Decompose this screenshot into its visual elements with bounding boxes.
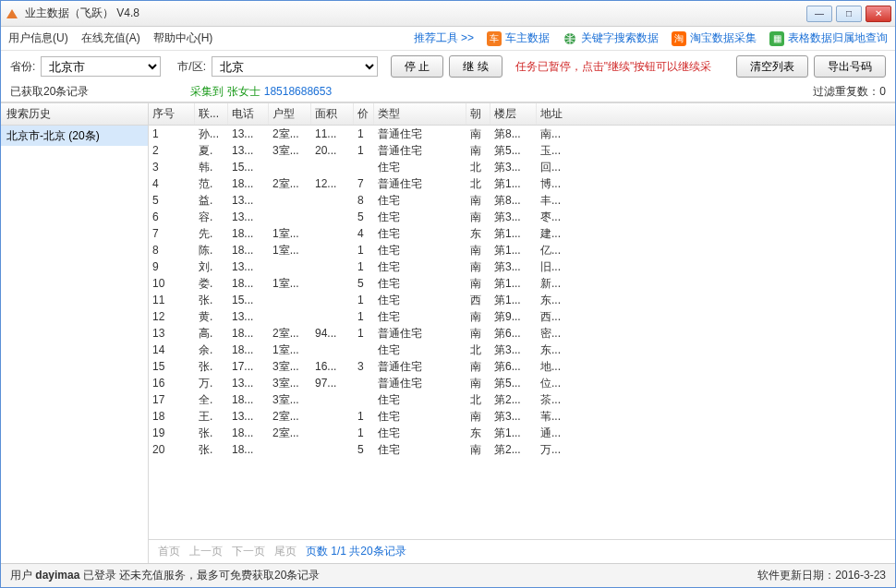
globe-icon — [563, 31, 577, 46]
table-row[interactable]: 9刘.13...1住宅南第3...旧... — [149, 258, 895, 275]
table-row[interactable]: 4范.18...2室...12...7普通住宅北第1...博... — [149, 175, 895, 192]
col-ptype[interactable]: 类型 — [374, 103, 466, 125]
pager-next[interactable]: 下一页 — [232, 544, 265, 559]
city-select[interactable]: 北京 — [212, 56, 378, 77]
sidebar-header: 搜索历史 — [1, 103, 148, 126]
titlebar: 业主数据（飞跃） V4.8 — □ ✕ — [1, 1, 895, 27]
close-button[interactable]: ✕ — [866, 6, 891, 22]
city-label: 市/区: — [177, 59, 206, 75]
menu-help[interactable]: 帮助中心(H) — [153, 30, 213, 46]
sidebar: 搜索历史 北京市-北京 (20条) — [1, 103, 149, 563]
table-row[interactable]: 3韩.15...住宅北第3...回... — [149, 159, 895, 175]
col-area[interactable]: 面积 — [311, 103, 354, 125]
menubar: 用户信息(U) 在线充值(A) 帮助中心(H) 推荐工具 >> 车车主数据 关键… — [1, 27, 895, 51]
stop-button[interactable]: 停 止 — [391, 55, 443, 78]
car-data-link[interactable]: 车车主数据 — [487, 30, 550, 46]
col-name[interactable]: 联... — [195, 103, 228, 125]
table-header: 序号 联... 电话 户型 面积 价 类型 朝 楼层 地址 — [149, 103, 895, 126]
car-icon: 车 — [487, 31, 502, 46]
pager: 首页 上一页 下一页 尾页 页数 1/1 共20条记录 — [149, 539, 895, 563]
table-row[interactable]: 7先.18...1室...4住宅东第1...建... — [149, 225, 895, 242]
table-body: 1孙...13...2室...11...1普通住宅南第8...南...2夏.13… — [149, 126, 895, 539]
table-row[interactable]: 1孙...13...2室...11...1普通住宅南第8...南... — [149, 126, 895, 142]
province-label: 省份: — [10, 59, 35, 75]
filter-bar: 省份: 北京市 市/区: 北京 停 止 继 续 任务已暂停，点击"继续"按钮可以… — [1, 51, 895, 82]
pager-first[interactable]: 首页 — [158, 544, 180, 559]
table-row[interactable]: 10娄.18...1室...5住宅南第1...新... — [149, 275, 895, 292]
col-price[interactable]: 价 — [354, 103, 374, 125]
update-date: 软件更新日期：2016-3-23 — [757, 568, 886, 583]
recommend-link[interactable]: 推荐工具 >> — [414, 30, 474, 46]
table-row[interactable]: 13高.18...2室...94...1普通住宅南第6...密... — [149, 325, 895, 342]
table-row[interactable]: 8陈.18...1室...1住宅南第1...亿... — [149, 242, 895, 258]
collect-info: 采集到 张女士18518688653 — [190, 84, 332, 100]
table-row[interactable]: 17全.18...3室...住宅北第2...茶... — [149, 391, 895, 408]
province-select[interactable]: 北京市 — [41, 56, 161, 77]
table-row[interactable]: 11张.15...1住宅西第1...东... — [149, 292, 895, 308]
export-button[interactable]: 导出号码 — [814, 55, 886, 78]
table-row[interactable]: 5益.13...8住宅南第8...丰... — [149, 192, 895, 209]
got-count: 已获取20条记录 — [10, 84, 89, 100]
table-icon: ▦ — [769, 31, 784, 46]
table-row[interactable]: 6容.13...5住宅南第3...枣... — [149, 209, 895, 225]
menu-user[interactable]: 用户信息(U) — [8, 30, 68, 46]
keyword-link[interactable]: 关键字搜索数据 — [563, 30, 659, 46]
taobao-link[interactable]: 淘淘宝数据采集 — [672, 30, 757, 46]
history-item[interactable]: 北京市-北京 (20条) — [1, 126, 148, 146]
table-row[interactable]: 15张.17...3室...16...3普通住宅南第6...地... — [149, 358, 895, 375]
col-dir[interactable]: 朝 — [466, 103, 490, 125]
table-row[interactable]: 18王.13...2室...1住宅南第3...苇... — [149, 408, 895, 425]
col-type[interactable]: 户型 — [269, 103, 311, 125]
table-row[interactable]: 12黄.13...1住宅南第9...西... — [149, 308, 895, 325]
maximize-button[interactable]: □ — [836, 6, 862, 22]
minimize-button[interactable]: — — [806, 6, 832, 22]
dedupe-count: 过滤重复数：0 — [813, 84, 886, 100]
table-row[interactable]: 19张.18...2室...1住宅东第1...通... — [149, 425, 895, 441]
window-title: 业主数据（飞跃） V4.8 — [25, 6, 806, 21]
continue-button[interactable]: 继 续 — [449, 55, 502, 78]
table-row[interactable]: 14余.18...1室...住宅北第3...东... — [149, 342, 895, 358]
col-tel[interactable]: 电话 — [228, 103, 269, 125]
status-row: 已获取20条记录 采集到 张女士18518688653 过滤重复数：0 — [1, 82, 895, 102]
pager-prev[interactable]: 上一页 — [189, 544, 223, 559]
bottom-bar: 用户 dayimaa 已登录 还未充值服务，最多可免费获取20条记录 软件更新日… — [1, 563, 895, 587]
table-row[interactable]: 20张.18...5住宅南第2...万... — [149, 441, 895, 458]
clear-button[interactable]: 清空列表 — [736, 55, 808, 78]
table-row[interactable]: 16万.13...3室...97...普通住宅南第5...位... — [149, 375, 895, 391]
app-icon — [5, 6, 19, 21]
menu-recharge[interactable]: 在线充值(A) — [81, 30, 140, 46]
pager-last[interactable]: 尾页 — [274, 544, 297, 559]
table-row[interactable]: 2夏.13...3室...20...1普通住宅南第5...玉... — [149, 142, 895, 159]
login-msg: 用户 dayimaa 已登录 还未充值服务，最多可免费获取20条记录 — [10, 568, 320, 583]
col-seq[interactable]: 序号 — [149, 103, 195, 125]
table-link[interactable]: ▦表格数据归属地查询 — [769, 30, 888, 46]
pager-info: 页数 1/1 共20条记录 — [306, 544, 406, 559]
taobao-icon: 淘 — [672, 31, 686, 46]
col-addr[interactable]: 地址 — [537, 103, 895, 125]
col-floor[interactable]: 楼层 — [490, 103, 537, 125]
pause-notice: 任务已暂停，点击"继续"按钮可以继续采 — [515, 59, 712, 75]
